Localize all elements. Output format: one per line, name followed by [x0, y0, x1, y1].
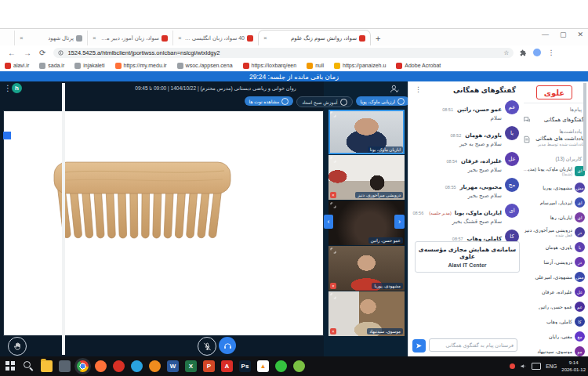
volume-icon[interactable] — [520, 363, 527, 370]
raise-hand-button[interactable] — [8, 337, 27, 356]
bookmark-item[interactable]: alavi.ir — [5, 63, 29, 69]
webcam-video[interactable]: × درویشی میرآخوری، دنیز — [328, 155, 405, 200]
bookmark-star-icon[interactable]: ☆ — [503, 49, 509, 56]
stage-pill-button[interactable]: آموزش صبح استاد — [296, 96, 352, 107]
taskbar-app-icon[interactable] — [41, 360, 53, 372]
bookmark-item[interactable]: https://panaizeh.u — [334, 63, 386, 69]
participant-name-chip: مشهودی، پوریا — [372, 283, 403, 289]
touch-keyboard-icon[interactable] — [532, 363, 541, 370]
address-bar[interactable]: 1524.5425.a/htmlbclient/jportiwss.onlcba… — [53, 48, 514, 58]
profile-avatar[interactable] — [533, 49, 541, 56]
videos-next-button[interactable]: › — [394, 215, 405, 229]
mute-microphone-button[interactable] — [198, 337, 216, 356]
user-list-item[interactable]: کا کاملی، وهاب — [523, 314, 585, 329]
taskbar-app-icon[interactable] — [77, 360, 89, 372]
user-list-item[interactable]: ای ایازیان ماوک، یونا (مدیر جلسه) (شما) — [523, 161, 585, 180]
bookmark-item[interactable]: wsoc./appsen.cena — [177, 63, 233, 69]
maximize-button[interactable]: ▢ — [560, 31, 567, 38]
conference-app: ⋮ h روان خوانی و ریاضی دبستانی (مدرس محت… — [0, 81, 588, 356]
taskbar-app-icon[interactable]: P — [203, 360, 215, 372]
bookmark-item[interactable]: null — [307, 63, 324, 69]
clock[interactable]: 9:14 2026-01-12 — [561, 360, 586, 374]
user-list-item[interactable]: مش مشهودی، امیرعلی — [523, 269, 585, 284]
url-text[interactable]: 1524.5425.a/htmlbclient/jportiwss.onlcba… — [67, 49, 499, 56]
taskbar-app-icon[interactable] — [149, 360, 161, 372]
bookmark-item[interactable]: https://my.medu.ir — [115, 63, 167, 69]
taskbar-app-icon[interactable]: ▲ — [257, 360, 269, 372]
sidebar-scrollbar[interactable] — [62, 83, 65, 355]
close-button[interactable]: ✕ — [577, 31, 583, 38]
user-list-item[interactable]: یا یاوری، هومان — [523, 240, 585, 255]
language-indicator[interactable]: ENG — [546, 363, 557, 369]
expand-icon[interactable] — [330, 248, 336, 254]
expand-icon[interactable] — [330, 202, 336, 208]
browser-tab[interactable]: پرتال شهود × — [14, 31, 87, 45]
sender-name: محبوبی، مهریار — [459, 184, 502, 190]
user-avatar: ای — [575, 197, 585, 208]
stage-pill-button[interactable]: مشاهده نوت ها — [245, 96, 294, 106]
taskbar-app-icon[interactable]: Ps — [239, 360, 251, 372]
bookmark-item[interactable]: https://loxbarq/een — [243, 63, 297, 69]
participant-name-chip: عمو حسن، راتین — [368, 237, 403, 244]
user-list-item[interactable]: مغ مغنی، رایان — [523, 329, 585, 344]
taskbar-app-icon[interactable]: X — [185, 360, 197, 372]
bookmark-label: alavi.ir — [13, 63, 29, 68]
tab-close-icon[interactable]: × — [178, 34, 182, 42]
reload-icon[interactable]: ⟳ — [39, 49, 45, 57]
user-list-item[interactable]: در درویشی، آرشا — [523, 255, 585, 269]
user-list-item[interactable]: ای ایازیان، رها — [523, 210, 585, 225]
webcam-video[interactable]: × ایازیان ماوک، یونا — [328, 110, 405, 154]
taskbar-app-icon[interactable] — [131, 360, 143, 372]
expand-icon[interactable] — [330, 111, 336, 118]
user-list-item[interactable]: مش مشهودی، پوریا — [523, 180, 585, 195]
stage-pill-button[interactable]: ارزیابی ماوک، پویا — [356, 96, 409, 106]
site-info-icon[interactable] — [58, 50, 64, 56]
taskbar-app-icon[interactable] — [5, 360, 16, 372]
forward-icon[interactable]: → — [24, 49, 31, 57]
webcam-video[interactable]: × مشهودی، پوریا — [328, 246, 405, 291]
user-list-item[interactable]: عل علیزاده، عرفان — [523, 284, 585, 299]
tab-close-icon[interactable]: × — [263, 34, 267, 42]
manage-users-icon[interactable] — [390, 84, 400, 94]
user-list-item[interactable]: عم عمو حسن، راتین — [523, 299, 585, 314]
chat-bubbles-icon — [523, 116, 531, 124]
tab-close-icon[interactable]: × — [20, 34, 24, 42]
chat-message: مح محبوبی، مهریار 08:55 سلام صبح بخیر — [412, 178, 519, 199]
minimize-button[interactable]: — — [542, 31, 549, 38]
browser-menu-icon[interactable]: ⋮ — [547, 49, 554, 56]
user-list-item[interactable]: در درویشی میرآخوری، دنیز قفل شده — [523, 225, 585, 240]
taskbar-app-icon[interactable] — [293, 360, 305, 372]
browser-tab[interactable]: سواد، زبان آموز، دبیر محمد × — [87, 31, 172, 45]
sidebar-item-public-chat[interactable]: گفتگوهای همگانی — [523, 114, 584, 125]
new-tab-button[interactable]: + — [376, 34, 380, 43]
recording-icon[interactable] — [510, 363, 515, 369]
taskbar-app-icon[interactable]: W — [167, 360, 179, 372]
join-audio-button[interactable] — [219, 337, 236, 354]
taskbar-app-icon[interactable]: A — [221, 360, 233, 372]
bookmark-item[interactable]: sada.ir — [39, 63, 64, 69]
user-list-item[interactable]: ای ایزدیار، امیرسام — [523, 195, 585, 210]
tab-close-icon[interactable]: × — [93, 34, 96, 42]
taskbar-app-icon[interactable] — [275, 360, 287, 372]
send-message-button[interactable] — [412, 339, 426, 352]
back-icon[interactable]: ← — [8, 49, 16, 57]
taskbar-app-icon[interactable] — [23, 360, 34, 372]
sidebar-scrollbar-thumb[interactable] — [583, 83, 586, 171]
extensions-icon[interactable] — [520, 49, 527, 56]
videos-prev-button[interactable]: ‹ — [324, 215, 333, 229]
expand-icon[interactable] — [330, 157, 336, 163]
bookmark-item[interactable]: injakaleti — [74, 63, 104, 69]
bookmark-item[interactable]: Adobe Acrobat — [396, 63, 441, 69]
chat-message-input[interactable] — [429, 338, 517, 352]
browser-tab[interactable]: 40 سواد، زبان انگلیسی اتاق در × — [172, 31, 258, 45]
chat-options-icon[interactable]: ⋮ — [415, 85, 422, 93]
webcam-video[interactable]: × عمو حسن، راتین — [328, 201, 405, 245]
browser-tab[interactable]: سواد، روانش سوم زنگ علوم × — [258, 30, 371, 45]
taskbar-app-icon[interactable] — [95, 360, 107, 372]
taskbar-app-icon[interactable] — [113, 360, 125, 372]
taskbar-app-icon[interactable] — [59, 360, 71, 372]
webcam-video[interactable]: × موسوی، سیدنیهاد — [328, 291, 405, 336]
stage-options-icon[interactable]: ⋮ — [4, 84, 12, 92]
expand-icon[interactable] — [330, 293, 336, 299]
sidebar-item-shared-notes[interactable]: یادداشت های همگانی یادداشت شده توسط مدیر — [523, 136, 584, 153]
